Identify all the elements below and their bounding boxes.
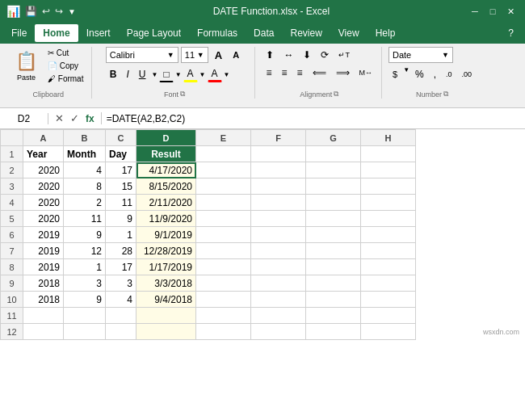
cell-4-3[interactable]: 2/11/2020 bbox=[136, 195, 196, 211]
align-right-button[interactable]: ≡ bbox=[292, 65, 306, 81]
cell-6-7[interactable] bbox=[361, 227, 416, 243]
cell-7-3[interactable]: 12/28/2019 bbox=[136, 243, 196, 259]
font-color-arrow[interactable]: ▼ bbox=[224, 71, 230, 78]
minimize-button[interactable]: ─ bbox=[467, 3, 483, 19]
menu-view[interactable]: View bbox=[330, 24, 368, 42]
formula-input[interactable]: =DATE(A2,B2,C2) bbox=[102, 113, 525, 124]
font-dialog-icon[interactable]: ⧉ bbox=[180, 90, 185, 99]
cell-6-1[interactable]: 9 bbox=[64, 227, 106, 243]
merge-button[interactable]: M↔ bbox=[355, 65, 377, 81]
customize-icon[interactable]: ▼ bbox=[68, 7, 76, 16]
comma-button[interactable]: , bbox=[430, 66, 440, 82]
col-header-e[interactable]: E bbox=[196, 130, 251, 146]
paste-button[interactable]: 📋 Paste bbox=[10, 47, 43, 89]
col-header-h[interactable]: H bbox=[361, 130, 416, 146]
cell-5-3[interactable]: 11/9/2020 bbox=[136, 211, 196, 227]
cell-6-6[interactable] bbox=[306, 227, 361, 243]
cell-12-2[interactable] bbox=[106, 324, 136, 340]
increase-font-button[interactable]: A bbox=[211, 47, 226, 63]
font-name-dropdown-icon[interactable]: ▼ bbox=[167, 51, 174, 59]
border-arrow[interactable]: ▼ bbox=[175, 71, 182, 78]
cell-4-6[interactable] bbox=[306, 195, 361, 211]
number-format-dropdown[interactable]: ▼ bbox=[442, 51, 449, 59]
cell-2-0[interactable]: 2020 bbox=[23, 162, 64, 178]
cell-2-3[interactable]: 4/17/2020 bbox=[136, 162, 196, 178]
cell-9-5[interactable] bbox=[251, 275, 306, 292]
italic-button[interactable]: I bbox=[122, 66, 132, 82]
cell-10-1[interactable]: 9 bbox=[64, 292, 106, 308]
font-size-dropdown-icon[interactable]: ▼ bbox=[197, 51, 204, 59]
cell-7-4[interactable] bbox=[196, 243, 251, 259]
cell-10-0[interactable]: 2018 bbox=[23, 292, 64, 308]
cell-2-7[interactable] bbox=[361, 162, 416, 178]
cell-9-7[interactable] bbox=[361, 275, 416, 292]
cell-8-5[interactable] bbox=[251, 259, 306, 275]
percent-button[interactable]: % bbox=[411, 66, 428, 82]
cell-4-5[interactable] bbox=[251, 195, 306, 211]
col-header-b[interactable]: B bbox=[64, 130, 106, 146]
cell-reference-box[interactable]: D2 bbox=[0, 113, 48, 124]
align-center-button[interactable]: ≡ bbox=[277, 65, 291, 81]
cell-12-1[interactable] bbox=[64, 324, 106, 340]
copy-button[interactable]: 📄 Copy bbox=[44, 60, 86, 72]
menu-help[interactable]: Help bbox=[368, 24, 404, 42]
format-painter-button[interactable]: 🖌 Format bbox=[44, 73, 86, 85]
menu-question[interactable]: ? bbox=[500, 24, 522, 42]
cell-1-6[interactable] bbox=[306, 146, 361, 162]
cell-4-0[interactable]: 2020 bbox=[23, 195, 64, 211]
cell-11-5[interactable] bbox=[251, 308, 306, 324]
alignment-dialog-icon[interactable]: ⧉ bbox=[334, 90, 338, 99]
cell-8-0[interactable]: 2019 bbox=[23, 259, 64, 275]
cell-7-2[interactable]: 28 bbox=[106, 243, 136, 259]
wrap-text-button[interactable]: ↵T bbox=[334, 47, 354, 63]
cell-7-5[interactable] bbox=[251, 243, 306, 259]
cell-1-0[interactable]: Year bbox=[23, 146, 64, 162]
align-top-button[interactable]: ⬆ bbox=[262, 47, 278, 63]
cell-6-3[interactable]: 9/1/2019 bbox=[136, 227, 196, 243]
cell-6-2[interactable]: 1 bbox=[106, 227, 136, 243]
cell-1-3[interactable]: Result bbox=[136, 146, 196, 162]
cell-10-7[interactable] bbox=[361, 292, 416, 308]
border-button[interactable]: □ bbox=[159, 66, 173, 82]
menu-insert[interactable]: Insert bbox=[78, 24, 119, 42]
cell-10-6[interactable] bbox=[306, 292, 361, 308]
cell-10-2[interactable]: 4 bbox=[106, 292, 136, 308]
cell-3-1[interactable]: 8 bbox=[64, 178, 106, 195]
align-middle-button[interactable]: ↔ bbox=[279, 47, 297, 63]
cell-12-6[interactable] bbox=[306, 324, 361, 340]
currency-arrow[interactable]: ▼ bbox=[403, 66, 410, 82]
cell-12-3[interactable] bbox=[136, 324, 196, 340]
cell-3-3[interactable]: 8/15/2020 bbox=[136, 178, 196, 195]
align-bottom-button[interactable]: ⬇ bbox=[299, 47, 315, 63]
cell-6-5[interactable] bbox=[251, 227, 306, 243]
menu-file[interactable]: File bbox=[3, 24, 35, 42]
col-header-d[interactable]: D bbox=[136, 130, 196, 146]
cell-11-1[interactable] bbox=[64, 308, 106, 324]
cell-4-4[interactable] bbox=[196, 195, 251, 211]
cut-button[interactable]: ✂ Cut bbox=[44, 47, 86, 59]
col-header-c[interactable]: C bbox=[106, 130, 136, 146]
cell-8-3[interactable]: 1/17/2019 bbox=[136, 259, 196, 275]
redo-icon[interactable]: ↪ bbox=[55, 6, 63, 17]
cell-10-4[interactable] bbox=[196, 292, 251, 308]
cell-5-5[interactable] bbox=[251, 211, 306, 227]
cell-11-6[interactable] bbox=[306, 308, 361, 324]
cell-12-0[interactable] bbox=[23, 324, 64, 340]
cell-1-7[interactable] bbox=[361, 146, 416, 162]
increase-decimal-button[interactable]: .00 bbox=[458, 66, 477, 82]
cell-5-2[interactable]: 9 bbox=[106, 211, 136, 227]
insert-function-icon[interactable]: fx bbox=[84, 113, 96, 124]
cell-7-0[interactable]: 2019 bbox=[23, 243, 64, 259]
menu-data[interactable]: Data bbox=[246, 24, 282, 42]
confirm-formula-icon[interactable]: ✓ bbox=[69, 112, 81, 124]
decrease-decimal-button[interactable]: .0 bbox=[442, 66, 456, 82]
menu-review[interactable]: Review bbox=[282, 24, 330, 42]
cell-4-1[interactable]: 2 bbox=[64, 195, 106, 211]
quick-save-icon[interactable]: 💾 bbox=[25, 6, 37, 17]
cell-1-4[interactable] bbox=[196, 146, 251, 162]
fill-color-button[interactable]: A bbox=[183, 66, 198, 82]
cell-3-0[interactable]: 2020 bbox=[23, 178, 64, 195]
cell-2-5[interactable] bbox=[251, 162, 306, 178]
fill-arrow[interactable]: ▼ bbox=[200, 71, 206, 78]
maximize-button[interactable]: □ bbox=[485, 3, 501, 19]
